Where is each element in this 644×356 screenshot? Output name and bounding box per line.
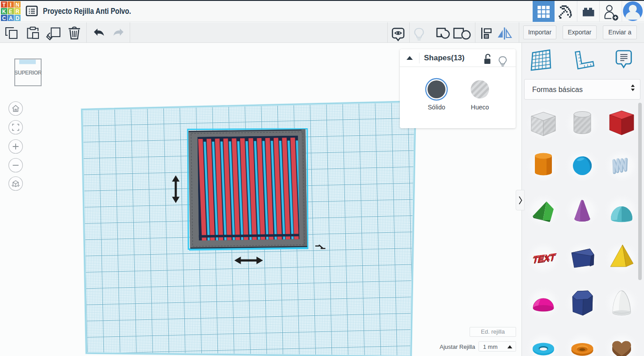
svg-text:E: E [9,8,13,15]
svg-text:C: C [2,15,6,21]
svg-text:T: T [2,2,6,8]
svg-text:I: I [10,2,11,8]
svg-text:D: D [16,15,20,21]
svg-text:R: R [16,8,20,15]
svg-text:A: A [9,15,13,21]
svg-text:SUPERIOR: SUPERIOR [14,70,42,76]
svg-text:N: N [16,2,20,8]
svg-text:K: K [2,8,6,15]
